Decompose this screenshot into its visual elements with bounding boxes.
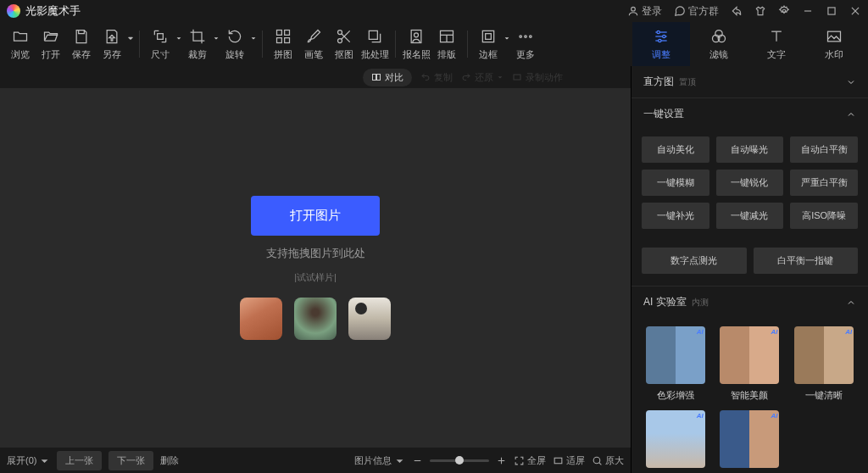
image-icon	[826, 28, 843, 45]
sample-thumb-3[interactable]	[348, 298, 391, 340]
minimize-button[interactable]	[802, 5, 814, 17]
sample-thumb-1[interactable]	[240, 298, 282, 340]
sample-thumb-2[interactable]	[294, 298, 337, 340]
copy-button[interactable]: 复制	[420, 71, 453, 84]
quick-btn[interactable]: 一键减光	[716, 203, 784, 229]
ai-item[interactable]: AI	[718, 410, 782, 468]
browse-button[interactable]: 浏览	[5, 24, 36, 64]
svg-point-27	[657, 31, 659, 33]
cutout-button[interactable]: 抠图	[329, 24, 359, 64]
svg-rect-37	[377, 75, 381, 81]
sample-hint-text: |试试样片|	[294, 271, 337, 284]
svg-point-11	[338, 30, 342, 34]
undo-icon	[420, 72, 431, 82]
app-logo	[7, 4, 20, 18]
quick-btn[interactable]: 白平衡一指键	[754, 248, 859, 274]
close-button[interactable]	[849, 5, 861, 17]
svg-rect-13	[369, 31, 377, 39]
crop-dropdown[interactable]	[213, 24, 220, 44]
quick-btn[interactable]: 一键锐化	[716, 170, 784, 196]
save-button[interactable]: 保存	[66, 24, 97, 64]
folder-icon	[12, 28, 29, 45]
border-button[interactable]: 边框	[473, 24, 504, 64]
resize-icon	[152, 28, 169, 45]
zoom-out-button[interactable]	[412, 455, 423, 466]
revert-button[interactable]: 还原	[461, 71, 504, 84]
quick-btn[interactable]: 自动曝光	[716, 136, 784, 163]
rotate-button[interactable]: 旋转	[220, 24, 250, 64]
ai-lab-section[interactable]: AI 实验室内测	[632, 286, 868, 318]
group-label: 官方群	[688, 4, 719, 19]
canvas-area: 打开图片 支持拖拽图片到此处 |试试样片|	[0, 88, 631, 448]
save-icon	[73, 28, 90, 45]
maximize-button[interactable]	[826, 5, 837, 17]
quick-btn[interactable]: 一键模糊	[642, 170, 709, 196]
compare-toggle[interactable]: 对比	[363, 69, 412, 86]
svg-rect-6	[158, 33, 164, 39]
brush-button[interactable]: 画笔	[298, 24, 329, 64]
size-button[interactable]: 尺寸	[145, 24, 175, 64]
stack-icon	[366, 28, 383, 45]
svg-point-28	[663, 35, 665, 37]
layout-button[interactable]: 排版	[431, 24, 462, 64]
chevron-down-icon	[394, 455, 405, 466]
minimize-icon	[802, 5, 814, 17]
quick-btn[interactable]: 严重白平衡	[790, 170, 858, 196]
actual-button[interactable]: 原大	[592, 454, 624, 467]
quick-btn[interactable]: 数字点测光	[642, 248, 747, 274]
batch-button[interactable]: 批处理	[359, 24, 390, 64]
ai-item[interactable]: AI 一键清晰	[792, 326, 856, 402]
group-button[interactable]: 官方群	[674, 4, 719, 19]
prev-button[interactable]: 上一张	[57, 451, 102, 470]
ai-item[interactable]: AI 色彩增强	[643, 326, 708, 402]
rotate-dropdown[interactable]	[250, 24, 257, 44]
fullscreen-button[interactable]: 全屏	[514, 454, 546, 467]
shirt-icon	[754, 5, 766, 17]
text-icon	[768, 28, 785, 45]
close-icon	[849, 5, 861, 17]
svg-rect-10	[285, 37, 290, 42]
saveas-button[interactable]: 另存	[97, 24, 127, 64]
quick-btn[interactable]: 一键补光	[642, 203, 709, 229]
open-button[interactable]: 打开	[36, 24, 66, 64]
idphoto-button[interactable]: 报名照	[401, 24, 431, 64]
tab-text[interactable]: 文字	[748, 22, 805, 66]
tab-watermark[interactable]: 水印	[805, 22, 863, 66]
open-image-button[interactable]: 打开图片	[251, 196, 380, 236]
next-button[interactable]: 下一张	[108, 451, 153, 470]
quick-btn[interactable]: 自动美化	[642, 136, 709, 163]
sliders-icon	[653, 28, 670, 45]
login-button[interactable]: 登录	[627, 4, 662, 19]
quick-btn[interactable]: 高ISO降噪	[790, 203, 858, 229]
quick-btn[interactable]: 自动白平衡	[790, 136, 858, 163]
ai-grid: AI 色彩增强 AI 智能美颜 AI 一键清晰 AI AI	[632, 318, 868, 468]
ai-thumb: AI	[794, 326, 854, 384]
chevron-down-icon	[39, 455, 50, 466]
histogram-section[interactable]: 直方图置顶	[632, 66, 868, 97]
tab-filter[interactable]: 滤镜	[690, 22, 748, 66]
border-dropdown[interactable]	[504, 24, 510, 44]
size-dropdown[interactable]	[175, 24, 182, 44]
quick-settings-section[interactable]: 一键设置	[632, 97, 868, 130]
saveas-dropdown[interactable]	[127, 24, 134, 44]
crop-button[interactable]: 裁剪	[182, 24, 213, 64]
settings-button[interactable]	[778, 5, 790, 17]
more-button[interactable]: 更多	[510, 24, 541, 64]
delete-button[interactable]: 删除	[160, 454, 179, 467]
share-button[interactable]	[731, 5, 743, 17]
record-button[interactable]: 录制动作	[512, 71, 563, 84]
info-button[interactable]: 图片信息	[354, 454, 405, 467]
ai-item[interactable]: AI	[643, 410, 708, 468]
chevron-up-icon	[846, 298, 856, 308]
tab-adjust[interactable]: 调整	[632, 22, 690, 66]
svg-rect-36	[373, 75, 376, 81]
zoom-slider[interactable]	[430, 459, 489, 462]
frame-icon	[480, 28, 497, 45]
ai-item[interactable]: AI 智能美颜	[718, 326, 782, 402]
zoom-in-button[interactable]	[496, 455, 507, 466]
expand-button[interactable]: 展开(0)	[7, 454, 50, 467]
collage-button[interactable]: 拼图	[268, 24, 298, 64]
skin-button[interactable]	[754, 5, 766, 17]
quick-button-grid: 自动美化 自动曝光 自动白平衡 一键模糊 一键锐化 严重白平衡 一键补光 一键减…	[632, 130, 868, 241]
fit-button[interactable]: 适屏	[553, 454, 585, 467]
